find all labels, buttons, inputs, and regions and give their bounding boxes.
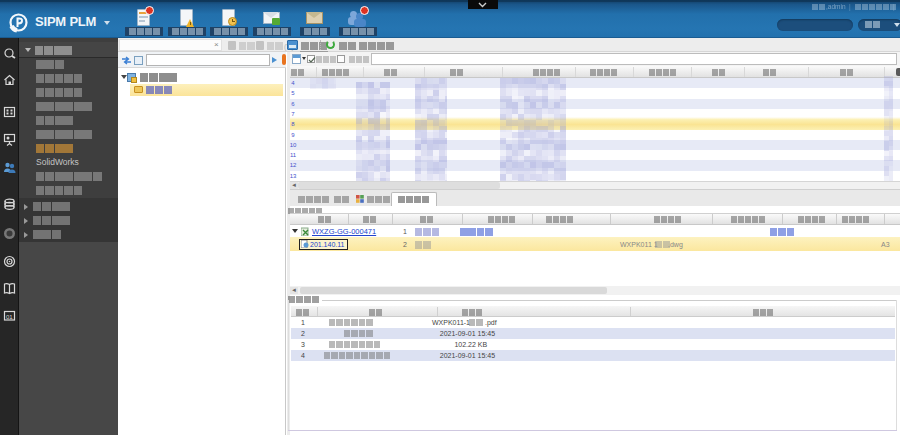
svg-text:01: 01 bbox=[6, 314, 13, 320]
